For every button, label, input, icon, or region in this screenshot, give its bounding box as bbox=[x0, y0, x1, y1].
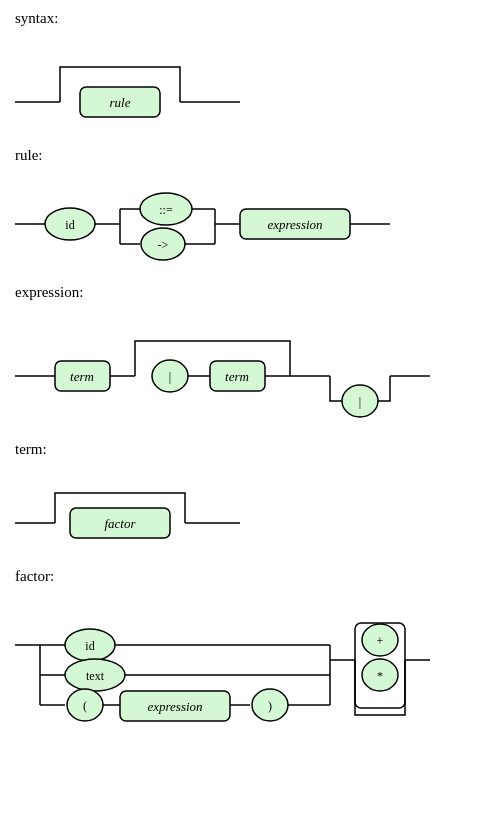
rparen-label: ) bbox=[268, 699, 272, 713]
id-oval-label: id bbox=[65, 218, 74, 232]
arrow-label: -> bbox=[158, 238, 169, 252]
term-label: term: bbox=[0, 431, 500, 458]
coloncolonequal-label: ::= bbox=[159, 203, 173, 217]
rule-label: rule: bbox=[0, 137, 500, 164]
factor-section: factor: id text ( expression ) + bbox=[0, 558, 500, 745]
expression-section: expression: term | term | bbox=[0, 274, 500, 431]
plus-label: + bbox=[377, 634, 384, 648]
expression-diagram: term | term | bbox=[0, 301, 500, 431]
syntax-section: syntax: rule bbox=[0, 0, 500, 137]
factor-id-label: id bbox=[85, 639, 94, 653]
star-label: * bbox=[377, 669, 383, 683]
expression-box-label: expression bbox=[267, 217, 322, 232]
rule-diagram: id ::= -> expression bbox=[0, 164, 500, 274]
term-diagram: factor bbox=[0, 458, 500, 558]
expression-label: expression: bbox=[0, 274, 500, 301]
term1-label: term bbox=[70, 369, 94, 384]
syntax-label: syntax: bbox=[0, 0, 500, 27]
factor-diagram: id text ( expression ) + * bbox=[0, 585, 500, 745]
lparen-label: ( bbox=[83, 699, 87, 713]
rule-box-label: rule bbox=[110, 95, 131, 110]
pipe1-label: | bbox=[169, 370, 171, 384]
pipe2-label: | bbox=[359, 395, 361, 409]
syntax-diagram: rule bbox=[0, 27, 500, 137]
factor-expression-label: expression bbox=[147, 699, 202, 714]
factor-box-label: factor bbox=[104, 516, 136, 531]
rule-section: rule: id ::= -> expression bbox=[0, 137, 500, 274]
factor-text-label: text bbox=[86, 669, 105, 683]
factor-label: factor: bbox=[0, 558, 500, 585]
term2-label: term bbox=[225, 369, 249, 384]
term-section: term: factor bbox=[0, 431, 500, 558]
